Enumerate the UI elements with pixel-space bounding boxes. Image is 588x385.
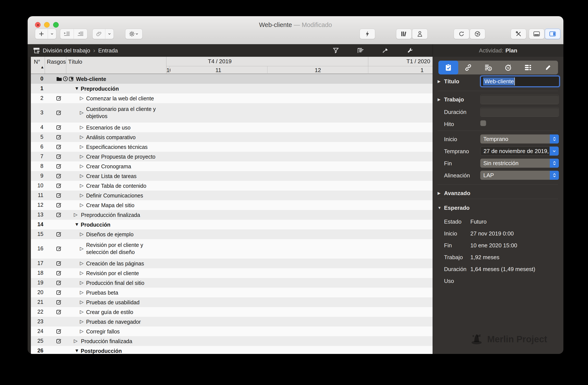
indent-button[interactable] [60,29,74,39]
disclosure-triangle-icon[interactable]: ▷ [80,124,84,130]
table-row[interactable]: 18▷Revisión por el cliente [31,268,433,278]
outline-icon[interactable] [357,48,364,53]
inspector-tab-clipboard[interactable] [439,61,458,74]
disclosure-triangle-icon[interactable]: ▷ [80,173,84,179]
disclosure-triangle-icon[interactable]: ▷ [80,319,84,324]
wrench-icon[interactable] [407,47,413,54]
brush-icon[interactable] [382,47,389,54]
disclosure-triangle-icon[interactable]: ▷ [74,212,78,218]
inspector-tab-link[interactable] [458,61,478,74]
table-row[interactable]: 3▷Cuestionario para el cliente y objetiv… [31,103,433,122]
disclosure-triangle-icon[interactable]: ▷ [80,144,84,150]
disclosure-triangle-icon[interactable]: ▷ [80,154,84,159]
table-row[interactable]: 19▷Producción final del sitio [31,278,433,288]
table-row[interactable]: 11▷Definir Comunicaciones [31,191,433,200]
panel-bottom-button[interactable] [529,29,545,39]
disclosure-triangle-icon[interactable]: ▷ [80,280,84,285]
disclosure-triangle-icon[interactable]: ▷ [80,270,84,276]
disclosure-triangle-icon[interactable]: ▷ [80,231,84,237]
table-row[interactable]: 17▷Creación de las páginas [31,259,433,268]
table-row[interactable]: 8▷Crear Cronograma [31,162,433,171]
disclosure-triangle-icon[interactable]: ▷ [80,246,84,251]
duration-input[interactable] [480,107,559,117]
table-row[interactable]: 21▷Pruebas de usabilidad [31,297,433,307]
table-row[interactable]: 24▷Corregir fallos [31,326,433,336]
table-row[interactable]: 2▷Comenzar la web del cliente [31,93,433,103]
chevron-down-button[interactable] [105,29,114,39]
disclosure-icon[interactable]: ▼ [438,206,441,210]
table-row[interactable]: 9▷Crear Lista de tareas [31,171,433,181]
disclosure-triangle-icon[interactable]: ▷ [80,183,84,188]
table-row[interactable]: 16▷Revisión por el cliente y selección d… [31,239,433,259]
timescale-quarter[interactable]: T1 / 2020 [406,58,430,65]
inspector-tab-edit[interactable] [538,61,558,74]
table-row[interactable]: 25▷Producción finalizada [31,336,433,346]
table-row[interactable]: 14▼Producción [31,220,433,229]
person-button[interactable] [412,29,428,39]
sync-button[interactable] [454,29,469,39]
disclosure-icon[interactable]: ▶ [438,79,441,84]
disclosure-triangle-icon[interactable]: ▷ [80,309,84,315]
table-row[interactable]: 20▷Pruebas beta [31,288,433,297]
timescale-quarter[interactable]: T4 / 2019 [208,58,231,65]
table-row[interactable]: 0▼Web-cliente [31,74,433,84]
disclosure-triangle-icon[interactable]: ▷ [80,134,84,140]
end-popup[interactable]: Sin restricción [480,159,559,168]
column-header-num[interactable]: N° [34,59,40,65]
disclosure-triangle-icon[interactable]: ▷ [80,110,84,116]
disclosure-triangle-icon[interactable]: ▷ [80,299,84,305]
title-input[interactable]: Web-cliente [480,76,560,87]
inspector-tab-rows[interactable] [518,61,538,74]
settings-button[interactable] [126,29,142,39]
filter-icon[interactable] [333,47,339,54]
timescale-month[interactable]: 11 [215,67,221,74]
table-row[interactable]: 12▷Crear Mapa del sitio [31,200,433,210]
table-row[interactable]: 7▷Crear Propuesta de proyecto [31,152,433,162]
inspector-tab-progress[interactable]: % [498,61,518,74]
disclosure-triangle-icon[interactable]: ▼ [74,222,79,227]
disclosure-triangle-icon[interactable]: ▷ [80,163,84,169]
breadcrumb-item[interactable]: Entrada [98,47,118,54]
timescale-month[interactable]: 10 [167,67,170,74]
disclosure-triangle-icon[interactable]: ▷ [80,261,84,266]
disclosure-triangle-icon[interactable]: ▷ [80,290,84,295]
timescale-month[interactable]: 12 [315,67,321,74]
disclosure-triangle-icon[interactable]: ▷ [80,328,84,334]
table-row[interactable]: 13▷Preproducción finalizada [31,210,433,220]
table-row[interactable]: 6▷Especificaciones técnicas [31,142,433,152]
disclosure-triangle-icon[interactable]: ▼ [70,76,74,81]
disclosure-icon[interactable]: ▶ [438,97,441,102]
start-popup[interactable]: Temprano [480,134,559,143]
inspector-tab-budget[interactable]: $ [478,61,498,74]
table-row[interactable]: 23▷Pruebas de navegador [31,317,433,326]
breadcrumb-view[interactable]: División del trabajo [43,47,90,54]
disclosure-triangle-icon[interactable]: ▼ [74,86,79,91]
work-input[interactable] [480,95,559,104]
column-header-title[interactable]: Título [68,59,82,65]
lightning-button[interactable] [360,29,375,39]
table-row[interactable]: 5▷Análisis comparativo [31,132,433,142]
table-row[interactable]: 15▷Diseños de ejemplo [31,229,433,239]
timescale-month[interactable]: 1 [420,67,423,74]
outdent-button[interactable] [74,29,87,39]
books-button[interactable] [396,29,412,39]
disclosure-triangle-icon[interactable]: ▷ [80,95,84,101]
panel-right-button[interactable] [545,29,560,39]
early-date-popup[interactable]: 27 de noviembre de 2019, 0:00 [480,146,559,156]
globe-button[interactable] [470,29,485,39]
alignment-popup[interactable]: LAP [480,171,559,180]
table-row[interactable]: 10▷Crear Tabla de contenido [31,181,433,191]
plus-button[interactable] [35,29,48,39]
paperclip-button[interactable] [93,29,105,39]
disclosure-triangle-icon[interactable]: ▼ [74,348,79,353]
sort-ascending-icon[interactable]: ▲ [40,65,44,69]
disclosure-triangle-icon[interactable]: ▷ [80,202,84,208]
disclosure-triangle-icon[interactable]: ▷ [80,193,84,198]
table-row[interactable]: 4▷Escenarios de uso [31,122,433,132]
table-row[interactable]: 1▼Preproducción [31,84,433,93]
column-header-flags[interactable]: Rasgos [47,59,66,65]
table-row[interactable]: 22▷Crear guía de estilo [31,307,433,317]
disclosure-triangle-icon[interactable]: ▷ [74,338,78,344]
chevron-down-button[interactable] [48,29,56,39]
table-row[interactable]: 26▼Postproducción [31,346,433,354]
